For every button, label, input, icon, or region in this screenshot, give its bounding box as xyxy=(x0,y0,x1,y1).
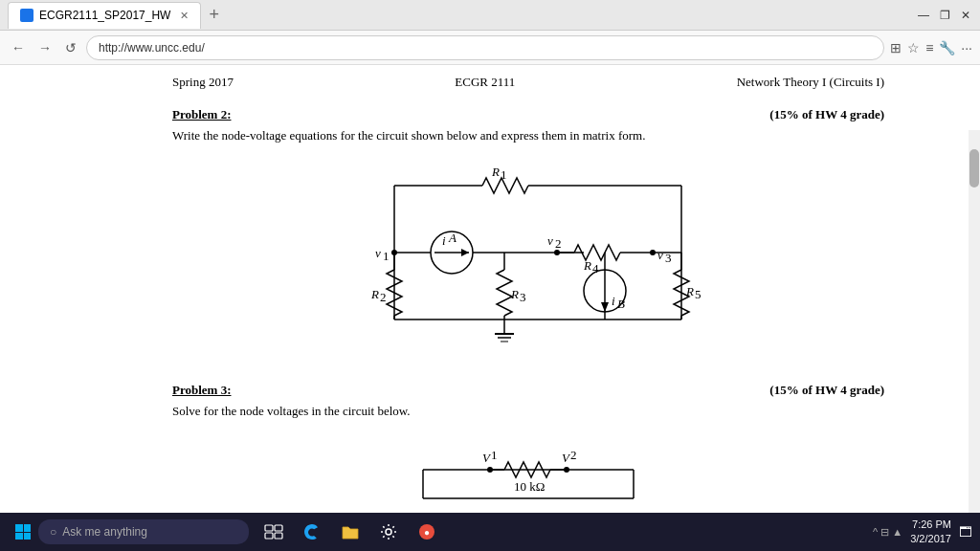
taskbar-right: ^ ⊟ ▲ 7:26 PM 3/2/2017 🗔 xyxy=(873,518,972,547)
scrollbar-thumb[interactable] xyxy=(969,149,979,187)
title-bar: ECGR2111_SP2017_HW ✕ + — ❐ ✕ xyxy=(0,0,980,31)
page-content: Spring 2017 ECGR 2111 Network Theory I (… xyxy=(0,65,980,513)
forward-button[interactable]: → xyxy=(34,36,56,59)
problem-2-grade: (15% of HW 4 grade) xyxy=(769,107,884,122)
doc-header-left: Spring 2017 xyxy=(172,75,234,90)
file-explorer-icon[interactable] xyxy=(333,515,368,549)
svg-text:1: 1 xyxy=(501,167,507,182)
more-icon[interactable]: ··· xyxy=(961,40,972,55)
doc-header-right: Network Theory I (Circuits I) xyxy=(737,75,884,90)
svg-text:10 kΩ: 10 kΩ xyxy=(514,479,545,494)
start-button[interactable] xyxy=(8,520,38,543)
url-input[interactable]: http://www.uncc.edu/ xyxy=(86,35,884,60)
svg-text:1: 1 xyxy=(383,249,390,263)
folder-icon xyxy=(341,523,360,540)
problem-2-section: Problem 2: (15% of HW 4 grade) Write the… xyxy=(172,107,884,367)
taskbar-date-display: 3/2/2017 xyxy=(910,532,951,546)
svg-text:R: R xyxy=(491,165,500,179)
problem-3-grade: (15% of HW 4 grade) xyxy=(769,383,884,398)
doc-header: Spring 2017 ECGR 2111 Network Theory I (… xyxy=(172,75,884,90)
svg-text:2: 2 xyxy=(555,236,562,251)
search-icon: ○ xyxy=(50,525,56,539)
refresh-button[interactable]: ↺ xyxy=(61,36,80,59)
svg-text:v: v xyxy=(375,246,381,260)
svg-text:B: B xyxy=(617,297,625,311)
tab-favicon xyxy=(20,9,33,22)
maximize-button[interactable]: ❐ xyxy=(938,9,951,22)
svg-text:R: R xyxy=(685,284,694,298)
menu-icon[interactable]: ≡ xyxy=(925,40,933,55)
circuit-diagram-3: .label { font-family: "Times New Roman",… xyxy=(172,431,884,508)
circle-icon: ● xyxy=(417,522,436,541)
task-view-icon xyxy=(264,524,283,540)
address-bar: ← → ↺ http://www.uncc.edu/ ⊞ ☆ ≡ 🔧 ··· xyxy=(0,31,980,65)
window-controls: — ❐ ✕ xyxy=(917,9,972,22)
url-text: http://www.uncc.edu/ xyxy=(99,41,205,55)
circuit-svg-2: .label { font-family: "Times New Roman",… xyxy=(327,157,729,367)
svg-text:R: R xyxy=(510,287,519,301)
taskview-button[interactable] xyxy=(256,515,291,549)
minimize-button[interactable]: — xyxy=(917,9,930,22)
problem-3-section: Problem 3: (15% of HW 4 grade) Solve for… xyxy=(172,383,884,509)
problem-2-title: Problem 2: xyxy=(172,107,232,122)
problem-2-title-row: Problem 2: (15% of HW 4 grade) xyxy=(172,107,884,122)
scrollbar[interactable] xyxy=(969,130,980,513)
doc-header-center: ECGR 2111 xyxy=(455,75,515,90)
edge-browser-icon xyxy=(302,522,322,541)
document-content: Spring 2017 ECGR 2111 Network Theory I (… xyxy=(0,65,980,513)
gear-icon xyxy=(380,523,397,540)
svg-text:i: i xyxy=(442,233,446,248)
bookmark-icon[interactable]: ☆ xyxy=(907,40,920,55)
svg-text:R: R xyxy=(583,258,591,273)
svg-marker-12 xyxy=(461,249,469,256)
problem-2-text: Write the node-voltage equations for the… xyxy=(172,126,884,145)
settings-icon[interactable] xyxy=(371,515,406,549)
svg-text:v: v xyxy=(657,248,663,262)
circuit-diagram-2: .label { font-family: "Times New Roman",… xyxy=(172,157,884,367)
new-tab-button[interactable]: + xyxy=(201,5,227,25)
windows-logo-icon xyxy=(15,524,31,540)
problem-3-text: Solve for the node voltages in the circu… xyxy=(172,402,884,421)
problem-3-title-row: Problem 3: (15% of HW 4 grade) xyxy=(172,383,884,398)
taskbar-time-display: 7:26 PM xyxy=(910,518,951,532)
svg-rect-70 xyxy=(265,533,273,539)
svg-text:i: i xyxy=(612,294,615,308)
tab-bar: ECGR2111_SP2017_HW ✕ + xyxy=(8,2,917,29)
reader-icon[interactable]: ⊞ xyxy=(890,40,902,55)
svg-rect-68 xyxy=(265,525,273,531)
svg-text:v: v xyxy=(547,233,553,248)
taskbar-apps: ● xyxy=(256,515,444,549)
svg-text:R: R xyxy=(370,287,379,301)
toolbar-right: ⊞ ☆ ≡ 🔧 ··· xyxy=(890,40,972,55)
svg-text:3: 3 xyxy=(520,290,526,304)
taskbar-search[interactable]: ○ Ask me anything xyxy=(38,519,249,544)
taskbar-clock: 7:26 PM 3/2/2017 xyxy=(910,518,951,547)
taskbar: ○ Ask me anything xyxy=(0,513,980,551)
svg-text:●: ● xyxy=(424,527,430,538)
app-icon-6[interactable]: ● xyxy=(410,515,444,549)
svg-point-65 xyxy=(564,467,569,473)
circuit-svg-3: .label { font-family: "Times New Roman",… xyxy=(394,431,662,508)
svg-marker-45 xyxy=(601,302,609,312)
back-button[interactable]: ← xyxy=(8,36,29,59)
svg-text:1: 1 xyxy=(491,448,498,462)
search-placeholder-text: Ask me anything xyxy=(62,525,147,539)
browser-tab[interactable]: ECGR2111_SP2017_HW ✕ xyxy=(8,2,201,29)
edge-icon[interactable] xyxy=(295,515,329,549)
problem-3-title: Problem 3: xyxy=(172,383,232,398)
tab-close-button[interactable]: ✕ xyxy=(180,10,189,22)
system-tray-icons: ^ ⊟ ▲ xyxy=(873,526,902,539)
svg-text:5: 5 xyxy=(695,287,702,301)
svg-rect-71 xyxy=(275,533,282,539)
svg-text:2: 2 xyxy=(570,448,577,462)
svg-rect-69 xyxy=(275,525,282,531)
notification-icon[interactable]: 🗔 xyxy=(959,524,972,540)
tab-title: ECGR2111_SP2017_HW xyxy=(39,9,170,22)
extensions-icon[interactable]: 🔧 xyxy=(939,40,955,55)
svg-text:2: 2 xyxy=(380,290,387,304)
close-button[interactable]: ✕ xyxy=(959,9,972,22)
svg-text:A: A xyxy=(448,231,457,245)
svg-point-72 xyxy=(386,529,391,535)
